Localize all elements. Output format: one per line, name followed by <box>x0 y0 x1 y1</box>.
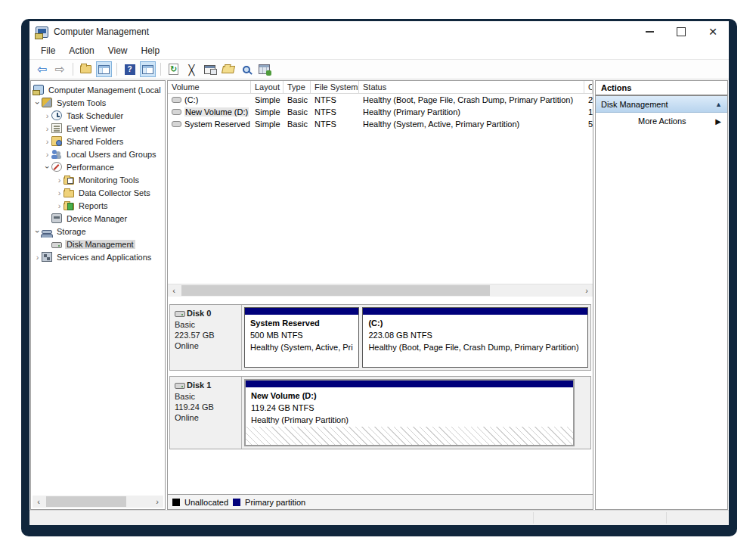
minimize-button[interactable] <box>634 21 665 42</box>
tree-item-data-collector-sets[interactable]: › Data Collector Sets <box>31 186 165 199</box>
unallocated-legend-label: Unallocated <box>184 498 228 507</box>
submenu-arrow-icon: ▶ <box>715 117 721 126</box>
chevron-expanded-icon[interactable]: › <box>33 98 42 107</box>
scrollbar-track[interactable] <box>45 496 151 508</box>
scrollbar-thumb[interactable] <box>181 285 490 296</box>
primary-partition-band <box>363 308 587 315</box>
computer-icon <box>33 85 44 95</box>
tree-item-local-users-groups[interactable]: › Local Users and Groups <box>31 148 165 160</box>
window-controls <box>634 21 729 42</box>
column-capacity[interactable]: Ca <box>584 81 593 93</box>
properties-icon[interactable] <box>202 61 218 77</box>
tree-horizontal-scrollbar[interactable]: ‹ › <box>33 496 163 508</box>
primary-partition-band <box>246 381 573 387</box>
disk-1-partitions: New Volume (D:) 119.24 GB NTFS Healthy (… <box>242 377 590 449</box>
chevron-expanded-icon[interactable]: › <box>43 163 52 171</box>
toolbar-separator <box>73 63 73 76</box>
column-type[interactable]: Type <box>284 81 311 93</box>
tree-item-monitoring-tools[interactable]: › Monitoring Tools <box>31 173 165 186</box>
forward-icon[interactable] <box>52 61 68 77</box>
maximize-button[interactable] <box>665 21 697 42</box>
tree-item-shared-folders[interactable]: › Shared Folders <box>31 135 165 148</box>
column-layout[interactable]: Layout <box>251 81 284 93</box>
chevron-collapsed-icon[interactable]: › <box>43 150 51 159</box>
up-one-level-icon[interactable] <box>78 61 94 77</box>
disk-1-label[interactable]: Disk 1 Basic 119.24 GB Online <box>170 377 242 449</box>
disk-0-row: Disk 0 Basic 223.57 GB Online System Res… <box>169 304 591 371</box>
delete-icon[interactable] <box>184 61 200 77</box>
tree-item-system-tools[interactable]: › System Tools <box>31 96 165 109</box>
help-icon[interactable]: ? <box>122 61 138 77</box>
actions-group-disk-management[interactable]: Disk Management ▲ <box>596 96 727 113</box>
scroll-right-icon[interactable]: › <box>151 497 163 506</box>
disk-1-kind: Basic <box>175 391 238 402</box>
status-bar-divider <box>533 512 534 524</box>
column-status[interactable]: Status <box>359 81 584 93</box>
disk-0-label[interactable]: Disk 0 Basic 223.57 GB Online <box>170 305 242 370</box>
tree-item-services-applications[interactable]: › Services and Applications <box>31 250 165 263</box>
collapse-caret-icon[interactable]: ▲ <box>715 101 722 108</box>
tree-item-storage[interactable]: › Storage <box>31 225 165 238</box>
partition-c[interactable]: (C:) 223.08 GB NTFS Healthy (Boot, Page … <box>362 307 588 368</box>
menu-help[interactable]: Help <box>135 44 167 57</box>
show-console-tree-icon[interactable] <box>96 61 112 77</box>
tree-item-performance[interactable]: › Performance <box>31 160 165 173</box>
partition-system-reserved[interactable]: System Reserved 500 MB NTFS Healthy (Sys… <box>244 307 359 368</box>
device-manager-icon <box>51 213 62 223</box>
back-icon[interactable] <box>34 61 50 77</box>
tree-item-device-manager[interactable]: Device Manager <box>31 212 165 225</box>
computer-management-app-icon <box>36 26 48 38</box>
find-icon[interactable] <box>238 61 254 77</box>
status-bar-divider <box>666 512 667 524</box>
table-row-system-reserved[interactable]: System Reserved Simple Basic NTFS Health… <box>168 118 593 130</box>
disk-1-state: Online <box>175 412 238 423</box>
chevron-expanded-icon[interactable]: › <box>33 227 42 235</box>
primary-partition-legend-label: Primary partition <box>245 498 305 507</box>
disk-management-panel: Volume Layout Type File System Status Ca… <box>167 80 593 510</box>
scroll-right-icon[interactable]: › <box>581 286 593 295</box>
graphical-disk-view: Disk 0 Basic 223.57 GB Online System Res… <box>168 297 593 494</box>
chevron-collapsed-icon[interactable]: › <box>55 201 64 210</box>
tree-item-disk-management[interactable]: Disk Management <box>31 238 165 250</box>
toolbar-separator <box>116 63 117 76</box>
chevron-collapsed-icon[interactable]: › <box>33 253 42 262</box>
show-action-pane-icon[interactable] <box>140 61 156 77</box>
volume-list-horizontal-scrollbar[interactable]: ‹ › <box>168 284 593 297</box>
disk-0-kind: Basic <box>175 319 238 330</box>
export-list-icon[interactable] <box>256 61 272 77</box>
shared-folders-icon <box>51 136 62 146</box>
partition-new-volume-d[interactable]: New Volume (D:) 119.24 GB NTFS Healthy (… <box>244 379 575 446</box>
table-row-c[interactable]: (C:) Simple Basic NTFS Healthy (Boot, Pa… <box>168 94 593 106</box>
table-row-new-volume-d[interactable]: New Volume (D:) Simple Basic NTFS Health… <box>168 106 593 118</box>
services-applications-icon <box>42 252 52 262</box>
more-actions-item[interactable]: More Actions ▶ <box>596 113 727 129</box>
window-title: Computer Management <box>54 26 149 37</box>
menu-view[interactable]: View <box>101 44 135 57</box>
local-users-groups-icon <box>51 149 62 159</box>
scroll-left-icon[interactable]: ‹ <box>168 286 180 295</box>
tree-item-reports[interactable]: › Reports <box>31 199 165 212</box>
menu-action[interactable]: Action <box>62 44 101 57</box>
scrollbar-track[interactable] <box>180 284 581 297</box>
scrollbar-thumb[interactable] <box>46 496 126 507</box>
status-bar <box>29 510 729 525</box>
disk-management-icon <box>51 242 62 248</box>
column-volume[interactable]: Volume <box>168 81 251 93</box>
chevron-collapsed-icon[interactable]: › <box>43 124 51 133</box>
tree-item-computer-management[interactable]: Computer Management (Local <box>31 83 165 96</box>
volume-icon <box>172 97 181 103</box>
disk-0-state: Online <box>175 340 238 351</box>
primary-partition-legend-swatch <box>233 499 240 506</box>
chevron-collapsed-icon[interactable]: › <box>55 188 64 197</box>
menu-file[interactable]: File <box>34 44 62 57</box>
chevron-collapsed-icon[interactable]: › <box>55 176 64 185</box>
tree-item-event-viewer[interactable]: › Event Viewer <box>31 122 165 135</box>
column-file-system[interactable]: File System <box>311 81 359 93</box>
refresh-icon[interactable] <box>166 61 181 77</box>
open-folder-icon[interactable] <box>220 61 236 77</box>
chevron-collapsed-icon[interactable]: › <box>43 137 51 146</box>
close-button[interactable] <box>697 21 729 42</box>
chevron-collapsed-icon[interactable]: › <box>43 111 51 120</box>
tree-item-task-scheduler[interactable]: › Task Scheduler <box>31 109 165 122</box>
scroll-left-icon[interactable]: ‹ <box>33 497 45 506</box>
